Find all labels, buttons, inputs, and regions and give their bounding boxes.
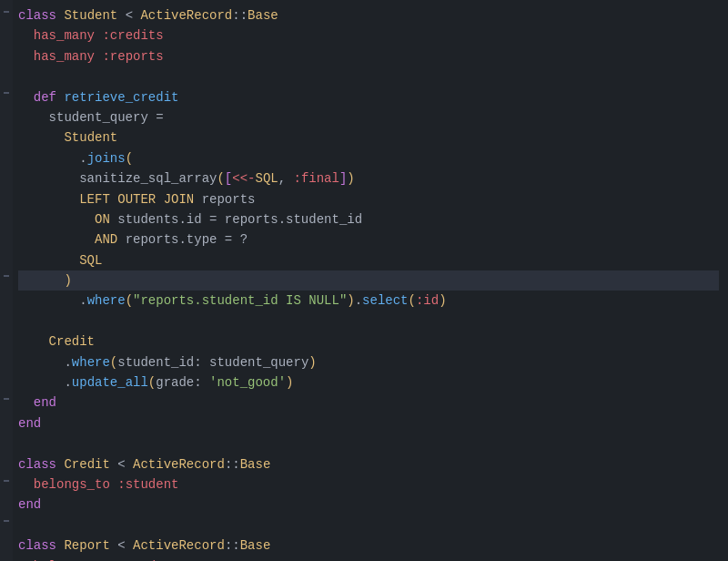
line: has_many :credits bbox=[18, 26, 719, 46]
line: def retrieve_credit bbox=[18, 87, 719, 107]
line: .update_all(grade: 'not_good') bbox=[18, 372, 719, 393]
fold-marker[interactable] bbox=[4, 480, 9, 482]
line: student_query = bbox=[18, 107, 719, 128]
line: Credit bbox=[18, 332, 719, 352]
fold-marker[interactable] bbox=[4, 398, 9, 400]
code-editor: class Student < ActiveRecord::Base has_m… bbox=[0, 0, 728, 561]
line: SQL bbox=[18, 250, 719, 270]
fold-marker[interactable] bbox=[4, 11, 9, 13]
line: end bbox=[18, 393, 719, 413]
line: .where(student_id: student_query) bbox=[18, 352, 719, 372]
line: LEFT OUTER JOIN reports bbox=[18, 189, 719, 209]
fold-marker[interactable] bbox=[4, 275, 9, 277]
line: sanitize_sql_array([<<-SQL, :final]) bbox=[18, 168, 719, 189]
line bbox=[18, 434, 719, 454]
line: .joins( bbox=[18, 148, 719, 168]
line: Student bbox=[18, 128, 719, 148]
line bbox=[18, 311, 719, 332]
line: .where("reports.student_id IS NULL").sel… bbox=[18, 291, 719, 311]
fold-marker[interactable] bbox=[4, 520, 9, 522]
line: end bbox=[18, 495, 719, 515]
line: ) bbox=[18, 270, 719, 291]
line: belongs_to :student bbox=[18, 556, 719, 561]
line bbox=[18, 515, 719, 536]
code-content: class Student < ActiveRecord::Base has_m… bbox=[0, 0, 728, 561]
line: AND reports.type = ? bbox=[18, 230, 719, 250]
line: class Student < ActiveRecord::Base bbox=[18, 5, 719, 26]
line: end bbox=[18, 413, 719, 434]
line: ON students.id = reports.student_id bbox=[18, 209, 719, 230]
line: belongs_to :student bbox=[18, 474, 719, 495]
line bbox=[18, 66, 719, 87]
line: class Report < ActiveRecord::Base bbox=[18, 536, 719, 556]
fold-marker[interactable] bbox=[4, 92, 9, 94]
line: has_many :reports bbox=[18, 46, 719, 66]
line: class Credit < ActiveRecord::Base bbox=[18, 454, 719, 474]
gutter bbox=[0, 0, 13, 561]
